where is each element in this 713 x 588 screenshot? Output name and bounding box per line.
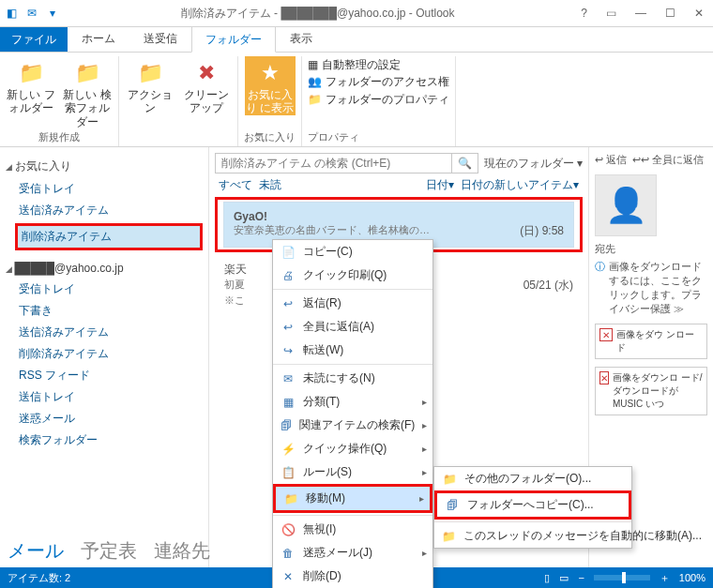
search-scope[interactable]: 現在のフォルダー ▾ [484, 156, 583, 172]
blocked-image-icon: ✕ [599, 371, 609, 384]
tab-send-receive[interactable]: 送受信 [129, 25, 191, 52]
info-icon: ⓘ [595, 260, 605, 316]
print-icon: 🖨 [281, 268, 296, 283]
move-submenu: 📁その他のフォルダー(O)... 🗐フォルダーへコピー(C)... 📁このスレッ… [433, 466, 632, 549]
zoom-slider[interactable] [594, 575, 650, 580]
sort-date[interactable]: 日付 [426, 178, 448, 191]
ctx-reply-all[interactable]: ↩全員に返信(A) [273, 315, 432, 339]
nav-search[interactable]: 検索フォルダー [6, 430, 203, 451]
msg-from: GyaO! [234, 210, 267, 223]
search-icon[interactable]: 🔍 [452, 153, 478, 173]
sender-avatar: 👤 [595, 174, 657, 236]
reply-all-icon: ↩ [281, 320, 296, 335]
folder-icon: 📁 [442, 472, 457, 487]
send-receive-icon[interactable]: ✉ [24, 6, 39, 21]
quick-icon: ⚡ [281, 442, 296, 457]
view-reading-icon[interactable]: ▭ [559, 572, 569, 584]
outlook-icon: ◧ [4, 6, 19, 21]
ctx-reply[interactable]: ↩返信(R) [273, 292, 432, 315]
tab-view[interactable]: 表示 [276, 25, 326, 52]
thread-icon: 📁 [442, 529, 456, 544]
auto-organize-button[interactable]: ▦自動整理の設定 [308, 56, 401, 71]
folder-pane: お気に入り 受信トレイ 送信済みアイテム 削除済みアイテム █████@yaho… [0, 147, 209, 574]
blocked-image[interactable]: ✕画像をダウ ンロード [595, 324, 707, 359]
nav-inbox2[interactable]: 受信トレイ [6, 279, 203, 300]
show-in-favorites-button[interactable]: ★お気に入り に表示 [245, 56, 296, 115]
zoom-out-icon[interactable]: − [578, 572, 584, 583]
nav-junk[interactable]: 迷惑メール [6, 408, 203, 430]
nav-sent[interactable]: 送信済みアイテム [6, 200, 203, 221]
forward-icon: ↪ [281, 343, 296, 358]
folder-gear-icon: 📁 [135, 58, 165, 88]
move-icon: 📁 [283, 491, 298, 506]
nav-sent2[interactable]: 送信済みアイテム [6, 322, 203, 343]
ignore-icon: 🚫 [281, 522, 296, 537]
ctx-quick-print[interactable]: 🖨クイック印刷(Q) [273, 264, 432, 287]
ctx-ignore[interactable]: 🚫無視(I) [273, 518, 432, 541]
sub-copy-to-folder[interactable]: 🗐フォルダーへコピー(C)... [437, 493, 629, 517]
ctx-rules[interactable]: 📋ルール(S) [273, 460, 432, 484]
search-icon: 🗐 [281, 418, 292, 433]
reply-button[interactable]: ↩ 返信 [595, 153, 627, 167]
blocked-image-icon: ✕ [599, 328, 613, 341]
sort-newest[interactable]: 日付の新しいアイテム [461, 178, 573, 191]
ctx-forward[interactable]: ↪転送(W) [273, 339, 432, 362]
context-menu: 📄コピー(C) 🖨クイック印刷(Q) ↩返信(R) ↩全員に返信(A) ↪転送(… [272, 239, 433, 588]
nav-drafts[interactable]: 下書き [6, 300, 203, 322]
minimize-icon[interactable]: ― [630, 5, 652, 22]
ctx-copy[interactable]: 📄コピー(C) [273, 240, 432, 264]
unread-icon: ✉ [281, 371, 296, 386]
tab-home[interactable]: ホーム [68, 25, 129, 52]
folder-permissions-button[interactable]: 👥フォルダーのアクセス権 [308, 73, 449, 88]
filter-all[interactable]: すべて [219, 178, 252, 191]
nav-rss[interactable]: RSS フィード [6, 365, 203, 386]
reply-icon: ↩ [281, 296, 296, 311]
view-normal-icon[interactable]: ▯ [544, 572, 550, 584]
new-folder-button[interactable]: 📁新しい フォルダー [6, 56, 56, 128]
msg-date: (日) 9:58 [520, 223, 564, 239]
nav-outbox[interactable]: 送信トレイ [6, 386, 203, 408]
rules-icon: 📋 [281, 465, 296, 480]
sub-always-move[interactable]: 📁このスレッドのメッセージを自動的に移動(A)... [434, 524, 631, 548]
help-icon[interactable]: ? [575, 5, 593, 22]
window-title: 削除済みアイテム - ███████@yahoo.co.jp - Outlook [60, 6, 575, 22]
folder-properties-button[interactable]: 📁フォルダーのプロパティ [308, 91, 449, 106]
cleanup-button[interactable]: ✖クリーンアップ [181, 56, 232, 115]
close-icon[interactable]: ✕ [689, 5, 709, 22]
ribbon-display-icon[interactable]: ▭ [600, 5, 622, 22]
actions-button[interactable]: 📁アクション [125, 56, 175, 115]
categorize-icon: ▦ [281, 395, 296, 410]
tab-file[interactable]: ファイル [0, 27, 68, 52]
blocked-image[interactable]: ✕画像をダウンロ ード/ダウンロードが MUSIC いつ [595, 367, 707, 415]
nav-calendar[interactable]: 予定表 [81, 538, 137, 564]
maximize-icon[interactable]: ☐ [660, 5, 681, 22]
ctx-find-related[interactable]: 🗐関連アイテムの検索(F) [273, 414, 432, 437]
ctx-move[interactable]: 📁移動(M) [276, 487, 430, 510]
tab-folder[interactable]: フォルダー [191, 26, 276, 53]
reply-all-button[interactable]: ↩↩ 全員に返信 [632, 153, 704, 167]
ctx-junk[interactable]: 🗑迷惑メール(J) [273, 541, 432, 565]
download-images-notice[interactable]: ⓘ 画像をダウンロードするには、ここをクリックします。プライバシー保護 ≫ [595, 260, 707, 316]
ctx-quick-steps[interactable]: ⚡クイック操作(Q) [273, 437, 432, 460]
filter-unread[interactable]: 未読 [259, 178, 281, 191]
ctx-categorize[interactable]: ▦分類(T) [273, 390, 432, 414]
nav-deleted[interactable]: 削除済みアイテム [18, 226, 200, 248]
nav-deleted2[interactable]: 削除済みアイテム [6, 343, 203, 365]
ctx-delete[interactable]: ✕削除(D) [273, 565, 432, 588]
sub-other-folder[interactable]: 📁その他のフォルダー(O)... [434, 467, 631, 490]
new-search-folder-button[interactable]: 📁新しい 検索フォルダー [62, 56, 113, 128]
properties-icon: 📁 [308, 93, 322, 106]
group-new: 新規作成 [38, 130, 80, 144]
msg-from: 楽天 [224, 262, 247, 278]
ctx-mark-unread[interactable]: ✉未読にする(N) [273, 367, 432, 390]
qat-dropdown-icon[interactable]: ▾ [45, 6, 60, 21]
zoom-in-icon[interactable]: ＋ [660, 571, 670, 585]
msg-preview: 安室奈美恵の名曲バラード、椎名林檎の… [234, 223, 430, 239]
nav-inbox[interactable]: 受信トレイ [6, 178, 203, 200]
favorites-header[interactable]: お気に入り [6, 158, 203, 174]
search-input[interactable] [215, 153, 452, 173]
nav-contacts[interactable]: 連絡先 [154, 538, 210, 564]
account-header[interactable]: █████@yahoo.co.jp [6, 262, 203, 275]
cleanup-icon: ✖ [191, 58, 221, 88]
nav-mail[interactable]: メール [8, 538, 64, 564]
